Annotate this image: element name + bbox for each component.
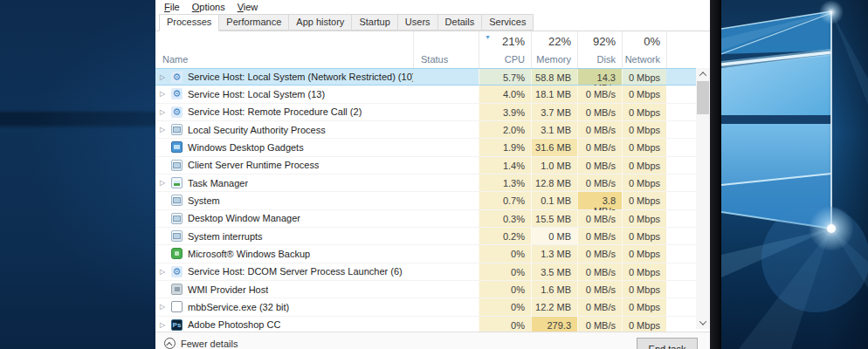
column-header-memory[interactable]: 22% Memory <box>531 31 577 68</box>
process-row[interactable]: Adobe Photoshop CC0%279.3 MB0 MB/s0 Mbps <box>155 317 696 332</box>
scrollbar[interactable] <box>696 68 710 329</box>
process-row[interactable]: WMI Provider Host0%1.6 MB0 MB/s0 Mbps <box>155 281 696 298</box>
tab-details[interactable]: Details <box>437 14 483 31</box>
status-column-label: Status <box>421 54 448 65</box>
column-header-network[interactable]: 0% Network <box>622 31 666 68</box>
process-name-cell: Desktop Window Manager <box>155 210 413 227</box>
cpu-cell: 0% <box>479 317 531 332</box>
row-filler <box>666 228 696 244</box>
window-right-border <box>710 0 721 349</box>
tab-services[interactable]: Services <box>481 14 534 31</box>
column-header-disk[interactable]: 92% Disk <box>577 31 622 68</box>
expand-arrow-icon[interactable] <box>160 73 171 81</box>
process-name: WMI Provider Host <box>188 284 268 295</box>
expand-arrow-icon[interactable] <box>160 90 171 98</box>
process-row[interactable]: Desktop Window Manager0.3%15.5 MB0 MB/s0… <box>155 210 696 228</box>
status-cell <box>413 317 479 332</box>
column-header-cpu[interactable]: 21% CPU <box>479 31 531 68</box>
process-row[interactable]: Local Security Authority Process2.0%3.1 … <box>155 121 696 139</box>
menu-options[interactable]: Options <box>186 1 231 13</box>
process-rows: Service Host: Local System (Network Rest… <box>155 68 696 332</box>
disk-total-usage: 92% <box>593 35 616 48</box>
process-row[interactable]: Microsoft® Windows Backup0%1.3 MB0 MB/s0… <box>155 245 696 263</box>
gear-icon <box>171 72 183 83</box>
column-header-status[interactable]: Status <box>413 31 479 68</box>
process-name-cell: Service Host: Local System (13) <box>155 86 413 102</box>
row-filler <box>666 192 696 209</box>
exe-icon <box>171 195 183 206</box>
menu-view[interactable]: View <box>231 1 265 13</box>
menu-file[interactable]: File <box>158 1 186 13</box>
row-filler <box>666 281 696 298</box>
process-row[interactable]: Windows Desktop Gadgets1.9%31.6 MB0 MB/s… <box>155 139 696 156</box>
disk-cell: 0 MB/s <box>577 174 622 191</box>
tab-app-history[interactable]: App history <box>288 14 352 31</box>
task-manager-window: FileOptionsView ProcessesPerformanceApp … <box>155 0 710 349</box>
cpu-cell: 1.3% <box>479 174 531 191</box>
tab-users[interactable]: Users <box>397 14 438 31</box>
row-filler <box>666 263 696 280</box>
name-column-label: Name <box>162 54 188 65</box>
monitor-icon <box>171 141 183 153</box>
memory-column-label: Memory <box>536 54 571 65</box>
process-name-cell: Microsoft® Windows Backup <box>155 245 413 262</box>
status-cell <box>413 174 479 191</box>
network-cell: 0 Mbps <box>622 69 666 85</box>
process-row[interactable]: Task Manager1.3%12.8 MB0 MB/s0 Mbps <box>155 174 696 192</box>
process-name-cell: System <box>155 192 413 209</box>
process-row[interactable]: Service Host: Local System (13)4.0%18.1 … <box>155 86 696 103</box>
tab-processes[interactable]: Processes <box>159 14 219 31</box>
desktop: FileOptionsView ProcessesPerformanceApp … <box>0 0 868 349</box>
fewer-details-toggle[interactable]: Fewer details <box>164 338 238 349</box>
expand-arrow-icon[interactable] <box>160 268 171 276</box>
status-cell <box>413 139 479 155</box>
expand-arrow-icon[interactable] <box>160 321 171 329</box>
fewer-details-label: Fewer details <box>181 339 238 349</box>
expand-arrow-icon[interactable] <box>160 179 171 187</box>
network-cell: 0 Mbps <box>622 157 666 174</box>
cpu-cell: 0% <box>479 298 531 315</box>
tab-performance[interactable]: Performance <box>218 14 289 31</box>
exe-icon <box>171 124 183 135</box>
column-header-row: Name Status 21% CPU 22% Memory 92% Disk … <box>155 31 710 68</box>
cpu-cell: 1.4% <box>479 157 531 174</box>
process-row[interactable]: Client Server Runtime Process1.4%1.0 MB0… <box>155 157 696 174</box>
disk-cell: 0 MB/s <box>577 121 622 138</box>
memory-cell: 12.2 MB <box>531 298 577 315</box>
process-row[interactable]: mbbService.exe (32 bit)0%12.2 MB0 MB/s0 … <box>155 298 696 316</box>
expand-arrow-icon[interactable] <box>160 108 171 116</box>
row-filler <box>666 317 696 332</box>
network-cell: 0 Mbps <box>622 192 666 209</box>
cpu-cell: 0.7% <box>479 192 531 209</box>
process-row[interactable]: System interrupts0.2%0 MB0 MB/s0 Mbps <box>155 228 696 245</box>
network-cell: 0 Mbps <box>622 281 666 298</box>
network-cell: 0 Mbps <box>622 139 666 155</box>
process-row[interactable]: System0.7%0.1 MB3.8 MB/s0 Mbps <box>155 192 696 209</box>
expand-arrow-icon[interactable] <box>160 303 171 311</box>
scrollbar-down-icon[interactable] <box>696 317 710 329</box>
network-cell: 0 Mbps <box>622 263 666 280</box>
status-cell <box>413 86 479 102</box>
process-name: System interrupts <box>188 231 263 242</box>
row-filler <box>666 210 696 227</box>
process-name: Task Manager <box>188 178 248 188</box>
exe-icon <box>171 160 183 171</box>
taskmgr-icon <box>171 177 183 188</box>
expand-arrow-icon[interactable] <box>160 126 171 133</box>
process-row[interactable]: Service Host: DCOM Server Process Launch… <box>155 263 696 281</box>
network-cell: 0 Mbps <box>622 317 666 332</box>
column-header-name[interactable]: Name <box>155 31 413 68</box>
disk-cell: 0 MB/s <box>577 139 622 155</box>
tab-startup[interactable]: Startup <box>351 14 397 31</box>
disk-cell: 0 MB/s <box>577 263 622 280</box>
process-row[interactable]: Service Host: Remote Procedure Call (2)3… <box>155 104 696 121</box>
process-name-cell: Adobe Photoshop CC <box>155 317 413 332</box>
status-cell <box>413 157 479 174</box>
process-name-cell: Service Host: Local System (Network Rest… <box>155 69 413 85</box>
process-row[interactable]: Service Host: Local System (Network Rest… <box>155 68 696 86</box>
scrollbar-up-icon[interactable] <box>696 68 710 80</box>
end-task-button[interactable]: End task <box>637 338 698 349</box>
cpu-column-label: CPU <box>505 54 525 65</box>
cpu-total-usage: 21% <box>502 35 525 48</box>
scrollbar-thumb[interactable] <box>697 81 709 114</box>
